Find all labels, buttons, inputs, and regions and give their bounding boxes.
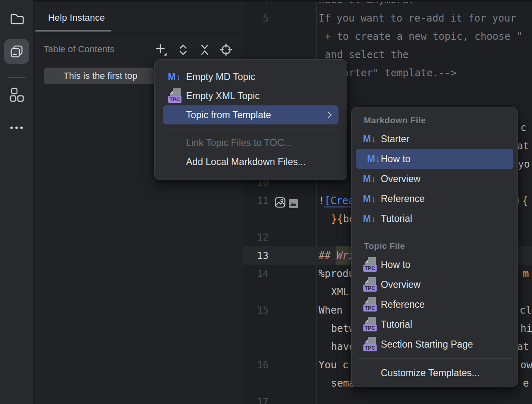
menu-item-label: Topic from Template [186,110,271,121]
menu-item-label: Section Starting Page [381,339,473,350]
menu-item-label: Link Topic Files to TOC... [186,137,292,148]
more-tool-windows-button[interactable] [4,115,29,140]
submenu-item-tpc-how-to[interactable]: TPCHow to [352,255,517,275]
submenu-arrow-icon [326,110,333,122]
writerside-ide-window: Help Instance Table of Contents [0,0,532,404]
editor-line-17: 17 [243,392,532,404]
table-of-contents-label: Table of Contents [44,44,114,55]
submenu-header-markdown-file: Markdown File [352,112,517,129]
submenu-item-tpc-reference[interactable]: TPCReference [352,294,517,314]
submenu-item-md-tutorial[interactable]: M↓Tutorial [352,209,517,229]
menu-item-md-empty-md-topic[interactable]: M↓Empty MD Topic [155,67,347,86]
tool-window-rail [0,0,34,404]
panel-header: Help Instance [34,2,243,34]
menu-item-label: Reference [381,299,425,310]
line-number: 5 [243,9,268,27]
line-number: 11 [243,192,268,210]
menu-separator [358,358,511,359]
expand-all-icon [177,43,189,56]
submenu-item-tpc-tutorial[interactable]: TPCTutorial [352,314,517,334]
markdown-file-icon: M↓ [363,174,376,184]
submenu-item-md-how-to[interactable]: M↓How to [356,149,513,169]
collapse-all-icon [198,43,211,56]
submenu-item-md-starter[interactable]: M↓Starter [352,129,517,149]
topic-file-icon: TPC [363,297,377,312]
toc-toolbar [155,43,233,57]
menu-item-label: Add Local Markdown Files... [186,156,306,168]
code-text: }{ [331,210,343,228]
add-topic-popup-menu: M↓Empty MD TopicTPCEmpty XML TopicTopic … [154,59,347,180]
menu-separator [163,129,339,129]
code-text: m [523,265,529,283]
menu-item-label: Empty XML Topic [186,90,260,102]
code-text: If you want to re-add it for your [319,9,516,27]
help-instances-icon [8,43,25,60]
line-number: 16 [243,356,268,374]
menu-item-tpc-empty-xml-topic[interactable]: TPCEmpty XML Topic [155,86,347,105]
submenu-header-topic-file: Topic File [352,237,517,255]
toc-tree-item-label: This is the first top [63,71,138,81]
menu-item-label: Empty MD Topic [186,71,255,83]
line-number: 12 [243,228,268,246]
menu-item-label: How to [381,259,411,270]
menu-item-link-topic-files-to-toc: Link Topic Files to TOC... [155,133,347,152]
menu-separator [358,233,511,233]
code-text: [Crea [324,192,354,210]
editor-wrap-row: + to create a new topic, choose " [243,27,532,46]
markdown-file-icon: M↓ [367,154,380,164]
code-text: hi [520,319,532,338]
menu-item-label: Reference [381,193,425,204]
menu-item-topic-from-template[interactable]: Topic from Template [163,105,339,124]
line-number: 17 [243,392,268,404]
code-text: at [517,338,529,356]
topic-file-icon: TPC [363,336,377,352]
locate-open-file-button[interactable] [219,43,233,57]
target-icon [219,43,233,57]
markdown-file-icon: M↓ [363,134,376,144]
topic-file-icon: TPC [363,316,377,332]
code-text: %produ [319,265,355,283]
markdown-file-icon: M↓ [168,72,181,82]
menu-item-add-local-markdown-files[interactable]: Add Local Markdown Files... [155,152,347,171]
code-text: { [522,192,528,210]
submenu-item-tpc-section-starting-page[interactable]: TPCSection Starting Page [352,334,517,354]
line-number: 13 [243,246,268,265]
menu-item-label: Starter [381,134,409,145]
menu-item-label: Tutorial [381,213,412,224]
topic-file-icon: TPC [363,277,377,292]
submenu-item-customize-templates[interactable]: Customize Templates... [352,363,517,383]
line-number: 15 [243,301,268,319]
writerside-toc-tool-button[interactable] [4,39,29,64]
folder-icon [9,11,24,27]
line-number: 14 [243,265,268,283]
menu-item-label: Overview [381,279,421,290]
menu-item-label: Overview [381,173,421,185]
markdown-file-icon: M↓ [363,194,376,204]
panel-tab-help-instance[interactable]: Help Instance [48,12,105,23]
topic-from-template-submenu: Markdown FileM↓StarterM↓How toM↓Overview… [351,107,518,387]
submenu-item-md-reference[interactable]: M↓Reference [352,189,517,209]
code-text: ! [319,192,324,210]
structure-tool-button[interactable] [4,82,29,107]
topic-file-icon: TPC [168,88,182,104]
code-text: yo [518,155,530,173]
add-topic-button[interactable] [155,43,168,57]
collapse-all-button[interactable] [198,43,211,57]
submenu-item-tpc-overview[interactable]: TPCOverview [352,275,517,294]
code-text: c [520,119,526,137]
markdown-file-icon: M↓ [363,214,376,224]
tab-selected-underline [35,30,111,32]
code-text: You c [319,356,348,374]
code-text: cl [520,301,532,319]
editor-line-5: 5If you want to re-add it for your [243,9,532,27]
window-top-border [34,0,532,2]
submenu-item-md-overview[interactable]: M↓Overview [352,169,517,189]
expand-all-button[interactable] [176,43,190,57]
code-text: When [319,301,343,319]
code-text: e [523,374,529,392]
code-text: at [517,137,529,155]
menu-item-label: Tutorial [381,319,412,330]
topic-file-icon: TPC [363,257,377,273]
project-folder-icon[interactable] [4,7,29,32]
code-text: + to create a new topic, choose " [325,27,522,46]
